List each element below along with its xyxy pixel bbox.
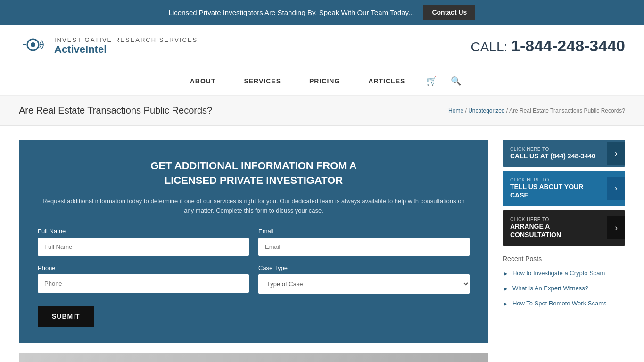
full-name-input[interactable] bbox=[38, 238, 249, 256]
case-type-group: Case Type Type of Case Surveillance Back… bbox=[258, 264, 470, 294]
recent-post-link-0[interactable]: How to Investigate a Crypto Scam bbox=[512, 269, 605, 278]
recent-post-link-1[interactable]: What Is An Expert Witness? bbox=[512, 284, 588, 293]
cta-tell-button[interactable]: Click Here To TELL US ABOUT YOUR CASE › bbox=[503, 171, 625, 206]
content-area: GET ADDITIONAL INFORMATION FROM A LICENS… bbox=[19, 140, 488, 362]
main-nav: ABOUT SERVICES PRICING ARTICLES 🛒 🔍 bbox=[0, 67, 644, 96]
email-input[interactable] bbox=[258, 238, 470, 256]
cta-call-arrow: › bbox=[607, 142, 625, 165]
case-type-select[interactable]: Type of Case Surveillance Background Che… bbox=[258, 274, 470, 294]
logo-icon bbox=[19, 32, 47, 60]
sidebar: Click Here To CALL US AT (844) 248-3440 … bbox=[503, 140, 625, 362]
submit-button[interactable]: SUBMIT bbox=[38, 306, 94, 327]
banner-text: Licensed Private Investigators Are Stand… bbox=[169, 8, 414, 16]
breadcrumb-category[interactable]: Uncategorized bbox=[468, 107, 504, 114]
cart-icon[interactable]: 🛒 bbox=[419, 67, 444, 95]
chevron-right-icon-2: ► bbox=[503, 300, 509, 307]
cta-call-button[interactable]: Click Here To CALL US AT (844) 248-3440 … bbox=[503, 140, 625, 167]
recent-post-link-2[interactable]: How To Spot Remote Work Scams bbox=[512, 299, 607, 308]
nav-about[interactable]: ABOUT bbox=[176, 69, 230, 93]
email-group: Email bbox=[258, 228, 470, 256]
cta-tell-arrow: › bbox=[607, 177, 625, 200]
cta-arrange-small: Click Here To bbox=[510, 217, 600, 222]
site-header: INVESTIGATIVE RESEARCH SERVICES ActiveIn… bbox=[0, 25, 644, 67]
email-label: Email bbox=[258, 228, 470, 235]
cta-tell-small: Click Here To bbox=[510, 177, 600, 182]
form-row-2: Phone Case Type Type of Case Surveillanc… bbox=[38, 264, 470, 294]
full-name-label: Full Name bbox=[38, 228, 249, 235]
case-type-label: Case Type bbox=[258, 264, 470, 272]
cta-call-label: CALL US AT (844) 248-3440 bbox=[510, 152, 600, 160]
breadcrumb: Home / Uncategorized / Are Real Estate T… bbox=[448, 107, 625, 114]
page-title-area: Are Real Estate Transactions Public Reco… bbox=[0, 96, 644, 126]
logo-text-area: INVESTIGATIVE RESEARCH SERVICES ActiveIn… bbox=[54, 36, 198, 56]
nav-pricing[interactable]: PRICING bbox=[295, 69, 354, 93]
phone-input[interactable] bbox=[38, 274, 249, 293]
contact-us-button[interactable]: Contact Us bbox=[423, 5, 475, 20]
recent-post-item-0[interactable]: ► How to Investigate a Crypto Scam bbox=[503, 269, 625, 278]
logo-area: INVESTIGATIVE RESEARCH SERVICES ActiveIn… bbox=[19, 32, 198, 60]
full-name-group: Full Name bbox=[38, 228, 249, 256]
cta-arrange-button[interactable]: Click Here To ARRANGE A CONSULTATION › bbox=[503, 210, 625, 246]
svg-point-1 bbox=[31, 42, 35, 47]
contact-form-box: GET ADDITIONAL INFORMATION FROM A LICENS… bbox=[19, 140, 488, 343]
main-layout: GET ADDITIONAL INFORMATION FROM A LICENS… bbox=[0, 126, 644, 362]
search-icon[interactable]: 🔍 bbox=[444, 67, 468, 95]
cta-arrange-label: ARRANGE A CONSULTATION bbox=[510, 222, 600, 239]
nav-articles[interactable]: ARTICLES bbox=[354, 69, 419, 93]
recent-posts: Recent Posts ► How to Investigate a Cryp… bbox=[503, 255, 625, 308]
chevron-right-icon-1: ► bbox=[503, 285, 509, 292]
form-description: Request additional information today to … bbox=[38, 197, 470, 216]
breadcrumb-current: Are Real Estate Transactions Public Reco… bbox=[509, 107, 625, 114]
article-thumbnail bbox=[19, 353, 488, 362]
phone-label: Phone bbox=[38, 264, 249, 272]
cta-call-small: Click Here To bbox=[510, 147, 600, 152]
breadcrumb-home[interactable]: Home bbox=[448, 107, 463, 114]
nav-services[interactable]: SERVICES bbox=[230, 69, 295, 93]
recent-post-item-2[interactable]: ► How To Spot Remote Work Scams bbox=[503, 299, 625, 308]
logo-subtitle: INVESTIGATIVE RESEARCH SERVICES bbox=[54, 36, 198, 43]
page-title: Are Real Estate Transactions Public Reco… bbox=[19, 105, 212, 116]
cta-arrange-arrow: › bbox=[607, 216, 625, 239]
chevron-right-icon-0: ► bbox=[503, 270, 509, 277]
recent-post-item-1[interactable]: ► What Is An Expert Witness? bbox=[503, 284, 625, 293]
phone-group: Phone bbox=[38, 264, 249, 294]
top-banner: Licensed Private Investigators Are Stand… bbox=[0, 0, 644, 25]
recent-posts-title: Recent Posts bbox=[503, 255, 625, 263]
form-heading: GET ADDITIONAL INFORMATION FROM A LICENS… bbox=[38, 159, 470, 188]
call-info: CALL: 1-844-248-3440 bbox=[471, 37, 625, 55]
cta-tell-label: TELL US ABOUT YOUR CASE bbox=[510, 182, 600, 199]
logo-name: ActiveIntel bbox=[54, 43, 198, 56]
form-row-1: Full Name Email bbox=[38, 228, 470, 256]
